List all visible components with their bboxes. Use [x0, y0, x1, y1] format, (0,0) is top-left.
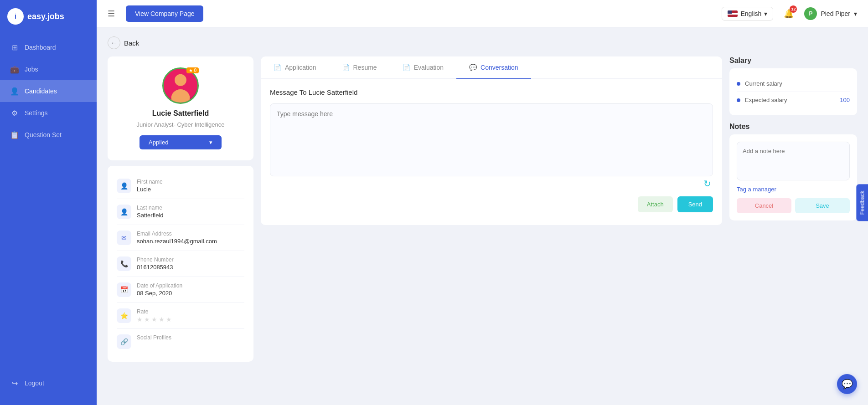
- notes-save-button[interactable]: Save: [795, 198, 850, 213]
- company-selector[interactable]: P Pied Piper ▾: [804, 7, 857, 20]
- tag-manager-link[interactable]: Tag a manager: [737, 186, 850, 193]
- question-set-icon: 📋: [10, 130, 19, 139]
- chat-icon: 💬: [842, 379, 853, 390]
- back-label: Back: [124, 39, 139, 47]
- calendar-icon: 📅: [117, 282, 131, 297]
- notes-cancel-button[interactable]: Cancel: [737, 198, 791, 213]
- info-row-social: 🔗 Social Profiles: [117, 329, 244, 354]
- phone-value: 01612085943: [137, 264, 174, 271]
- info-content-date: Date of Application 08 Sep, 2020: [137, 282, 182, 297]
- sidebar-item-jobs[interactable]: 💼 Jobs: [0, 58, 97, 80]
- social-label: Social Profiles: [137, 334, 171, 341]
- notes-card: Tag a manager Cancel Save: [729, 134, 857, 220]
- resume-tab-icon: 📄: [342, 64, 350, 71]
- info-content-firstname: First name Lucie: [137, 179, 163, 193]
- notification-button[interactable]: 🔔 12: [780, 5, 797, 22]
- star-badge: ★ 0: [186, 67, 199, 73]
- expected-salary-label: Expected salary: [745, 97, 835, 103]
- notes-section: Notes Tag a manager Cancel Save: [729, 123, 857, 220]
- logo-icon: i: [7, 8, 24, 25]
- firstname-value: Lucie: [137, 186, 163, 193]
- jobs-icon: 💼: [10, 65, 19, 74]
- person2-icon: 👤: [117, 205, 131, 219]
- tab-application[interactable]: 📄 Application: [261, 56, 329, 79]
- view-company-button[interactable]: View Company Page: [126, 5, 203, 22]
- phone-icon: 📞: [117, 256, 131, 271]
- star-4[interactable]: ★: [159, 316, 165, 323]
- lang-chevron-icon: ▾: [764, 10, 767, 17]
- star-3[interactable]: ★: [151, 316, 157, 323]
- sidebar-item-candidates[interactable]: 👤 Candidates: [0, 80, 97, 102]
- tab-resume[interactable]: 📄 Resume: [329, 56, 390, 79]
- refresh-icon[interactable]: ↻: [703, 178, 711, 189]
- email-icon: ✉: [117, 231, 131, 245]
- avatar-wrap: ★ 0: [162, 67, 199, 104]
- status-dropdown[interactable]: Applied ▾: [140, 135, 222, 149]
- tab-conversation[interactable]: 💬 Conversation: [456, 56, 531, 79]
- info-row-rate: ⭐ Rate ★ ★ ★ ★ ★: [117, 303, 244, 329]
- message-input[interactable]: [270, 103, 713, 176]
- person-icon: 👤: [117, 179, 131, 193]
- tab-evaluation-label: Evaluation: [414, 64, 444, 71]
- info-content-email: Email Address sohan.rezaul1994@gmail.com: [137, 231, 217, 245]
- salary-section: Salary Current salary Expected salary 10…: [729, 56, 857, 115]
- expected-salary-dot: [737, 98, 740, 102]
- message-to: Message To Lucie Satterfield: [270, 88, 713, 96]
- candidate-card: ★ 0 Lucie Satterfield Junior Analyst- Cy…: [108, 56, 253, 160]
- note-input[interactable]: [737, 142, 850, 180]
- send-button[interactable]: Send: [677, 196, 713, 212]
- tabs-bar: 📄 Application 📄 Resume 📄 Evaluation: [261, 56, 722, 79]
- notes-title: Notes: [729, 123, 857, 131]
- info-row-phone: 📞 Phone Number 01612085943: [117, 251, 244, 277]
- date-value: 08 Sep, 2020: [137, 290, 182, 297]
- sidebar-item-logout[interactable]: ↪ Logout: [0, 372, 97, 394]
- language-selector[interactable]: English ▾: [722, 7, 773, 21]
- star-2[interactable]: ★: [144, 316, 150, 323]
- tab-application-label: Application: [285, 64, 316, 71]
- star-count: 0: [194, 68, 196, 73]
- conversation-tab-icon: 💬: [469, 64, 477, 71]
- star-icon: ★: [189, 68, 193, 73]
- expected-salary-value: 100: [840, 97, 850, 103]
- sidebar-item-dashboard[interactable]: ⊞ Dashboard: [0, 36, 97, 58]
- sidebar-logo: i easy.jobs: [0, 0, 97, 33]
- three-col-layout: ★ 0 Lucie Satterfield Junior Analyst- Cy…: [108, 56, 857, 396]
- tab-evaluation[interactable]: 📄 Evaluation: [390, 56, 456, 79]
- candidate-info-card: 👤 First name Lucie 👤 Last name Satterfie…: [108, 166, 253, 362]
- topbar: ☰ View Company Page English ▾ 🔔 12 P Pie…: [97, 0, 868, 27]
- sidebar-item-settings[interactable]: ⚙ Settings: [0, 102, 97, 124]
- sidebar-nav: ⊞ Dashboard 💼 Jobs 👤 Candidates ⚙ Settin…: [0, 33, 97, 405]
- page-content: ← Back: [97, 27, 868, 405]
- chat-fab[interactable]: 💬: [837, 374, 857, 394]
- conversation-content: Message To Lucie Satterfield ↻ Attach Se…: [261, 79, 722, 225]
- sidebar-item-label: Dashboard: [25, 44, 56, 51]
- sidebar-item-label: Candidates: [25, 87, 57, 95]
- flag-icon: [728, 10, 738, 17]
- feedback-tab[interactable]: Feedback: [857, 184, 868, 221]
- status-label: Applied: [149, 139, 168, 146]
- candidate-name: Lucie Satterfield: [152, 109, 209, 118]
- sidebar-item-label: Jobs: [25, 66, 38, 73]
- menu-icon[interactable]: ☰: [108, 9, 115, 19]
- lastname-value: Satterfield: [137, 212, 164, 219]
- application-tab-icon: 📄: [274, 64, 281, 71]
- right-panel: Salary Current salary Expected salary 10…: [729, 56, 857, 396]
- lastname-label: Last name: [137, 205, 164, 211]
- company-icon: P: [804, 7, 817, 20]
- star-1[interactable]: ★: [137, 316, 143, 323]
- info-row-firstname: 👤 First name Lucie: [117, 173, 244, 199]
- info-row-email: ✉ Email Address sohan.rezaul1994@gmail.c…: [117, 225, 244, 251]
- info-content-lastname: Last name Satterfield: [137, 205, 164, 219]
- email-label: Email Address: [137, 231, 217, 237]
- star-5[interactable]: ★: [166, 316, 172, 323]
- back-button[interactable]: ← Back: [108, 36, 139, 49]
- candidate-role: Junior Analyst- Cyber Intelligence: [137, 121, 225, 128]
- status-chevron-icon: ▾: [209, 139, 212, 146]
- attach-button[interactable]: Attach: [638, 196, 673, 212]
- settings-icon: ⚙: [10, 108, 19, 118]
- rate-stars: ★ ★ ★ ★ ★: [137, 316, 172, 323]
- company-name: Pied Piper: [821, 10, 850, 17]
- sidebar-item-question-set[interactable]: 📋 Question Set: [0, 124, 97, 146]
- date-label: Date of Application: [137, 282, 182, 289]
- notes-actions: Cancel Save: [737, 198, 850, 213]
